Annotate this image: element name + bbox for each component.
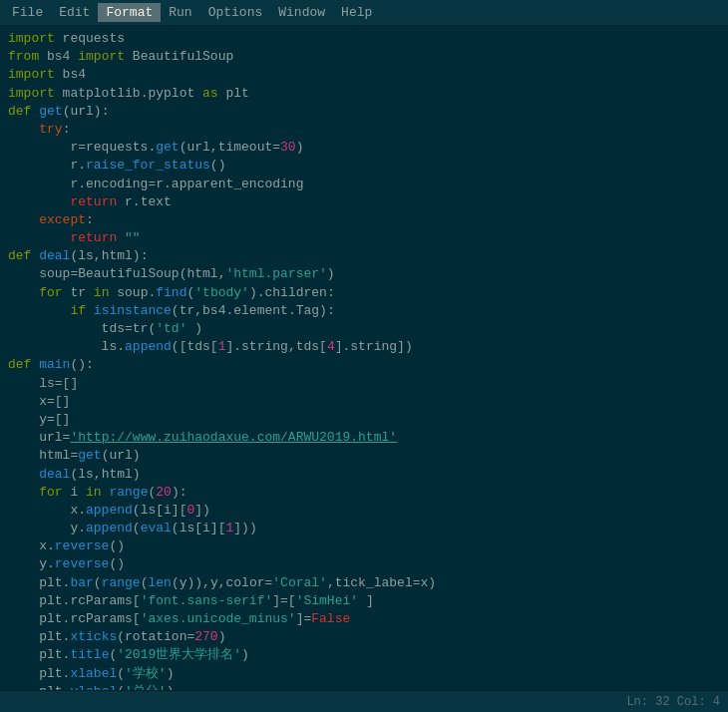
code-line-8: r.raise_for_status(): [0, 157, 728, 175]
code-line-7: r=requests.get(url,timeout=30): [0, 139, 728, 157]
code-line-3: import bs4: [0, 66, 728, 84]
code-line-15: soup=BeautifulSoup(html,'html.parser'): [0, 265, 728, 283]
code-line-34: plt.bar(range(len(y)),y,color='Coral',ti…: [0, 574, 728, 592]
code-line-37: plt.xticks(rotation=270): [0, 628, 728, 646]
code-line-11: except:: [0, 211, 728, 229]
code-line-36: plt.rcParams['axes.unicode_minus']=False: [0, 610, 728, 628]
code-line-16: for tr in soup.find('tbody').children:: [0, 284, 728, 302]
code-line-14: def deal(ls,html):: [0, 247, 728, 265]
menubar: File Edit Format Run Options Window Help: [0, 0, 728, 26]
menu-file[interactable]: File: [4, 3, 51, 22]
code-line-25: y=[]: [0, 411, 728, 429]
code-line-32: x.reverse(): [0, 537, 728, 555]
code-line-9: r.encoding=r.apparent_encoding: [0, 176, 728, 193]
code-editor[interactable]: import requests from bs4 import Beautifu…: [0, 26, 728, 690]
menu-edit[interactable]: Edit: [51, 3, 98, 22]
menu-format[interactable]: Format: [98, 3, 161, 22]
code-line-23: ls=[]: [0, 375, 728, 393]
statusbar: Ln: 32 Col: 4: [0, 690, 728, 712]
code-line-5: def get(url):: [0, 103, 728, 121]
menu-window[interactable]: Window: [270, 3, 333, 22]
code-line-35: plt.rcParams['font.sans-serif']=['SimHei…: [0, 592, 728, 610]
code-line-29: for i in range(20):: [0, 484, 728, 502]
code-line-38: plt.title('2019世界大学排名'): [0, 646, 728, 664]
menu-help[interactable]: Help: [333, 3, 380, 22]
code-line-1: import requests: [0, 30, 728, 48]
code-line-33: y.reverse(): [0, 555, 728, 573]
code-line-24: x=[]: [0, 393, 728, 411]
code-line-12: return "": [0, 229, 728, 247]
code-line-22: def main():: [0, 356, 728, 374]
code-line-39: plt.xlabel('学校'): [0, 665, 728, 683]
code-line-27: html=get(url): [0, 447, 728, 465]
code-line-4: import matplotlib.pyplot as plt: [0, 85, 728, 103]
code-line-40: plt.ylabel('总分'): [0, 683, 728, 690]
code-line-26: url='http://www.zuihaodaxue.com/ARWU2019…: [0, 429, 728, 447]
code-line-28: deal(ls,html): [0, 466, 728, 484]
code-line-6: try:: [0, 121, 728, 139]
code-line-19: ls.append([tds[1].string,tds[4].string]): [0, 338, 728, 356]
cursor-position: Ln: 32 Col: 4: [626, 695, 720, 709]
code-line-31: y.append(eval(ls[i][1])): [0, 520, 728, 537]
code-line-2: from bs4 import BeautifulSoup: [0, 48, 728, 66]
code-line-18: tds=tr('td' ): [0, 320, 728, 338]
code-line-10: return r.text: [0, 193, 728, 211]
code-line-30: x.append(ls[i][0]): [0, 502, 728, 520]
code-line-17: if isinstance(tr,bs4.element.Tag):: [0, 302, 728, 320]
menu-run[interactable]: Run: [161, 3, 199, 22]
menu-options[interactable]: Options: [200, 3, 271, 22]
